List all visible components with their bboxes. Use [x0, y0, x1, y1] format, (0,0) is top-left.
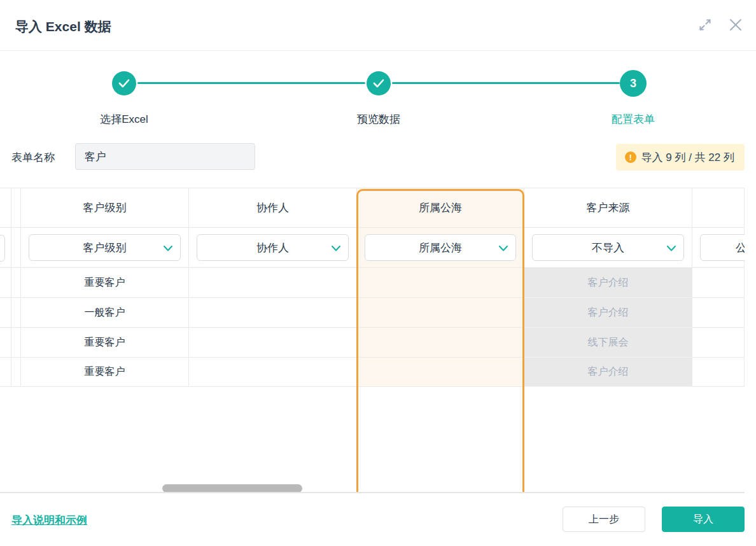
close-icon[interactable] [728, 17, 743, 32]
step-2-circle [367, 71, 391, 95]
chevron-down-icon [332, 246, 340, 251]
field-mapping-dropdown[interactable]: 客户级别 [29, 234, 181, 261]
chevron-down-icon [667, 246, 676, 251]
dialog-header: 导入 Excel 数据 [0, 0, 756, 51]
table-cell: 重要客户 [21, 358, 188, 387]
table-column-customer-level: 客户级别 客户级别 重要客户 一般客户 重要客户 重要客户 [21, 188, 189, 387]
step-1-label: 选择Excel [100, 112, 148, 127]
table-cell: 重要客户 [21, 328, 188, 358]
table-cell [189, 268, 356, 298]
field-mapping-dropdown[interactable]: 公 [700, 234, 745, 261]
table-cell-excluded: 客户介绍 [524, 358, 692, 387]
step-2-label: 预览数据 [357, 112, 400, 127]
table-cell [692, 298, 744, 328]
mapping-table: 客户级别 客户级别 重要客户 一般客户 重要客户 重要客户 协作人 协作人 所属… [0, 188, 745, 493]
previous-step-button[interactable]: 上一步 [563, 507, 645, 532]
column-header: 客户来源 [524, 188, 692, 228]
table-cell [357, 298, 524, 328]
table-column-sliver [11, 188, 21, 387]
import-summary-text: 导入 9 列 / 共 22 列 [641, 150, 734, 165]
table-cell [357, 268, 524, 298]
table-column-public-pool: 所属公海 所属公海 [357, 188, 524, 387]
chevron-down-icon [164, 246, 172, 251]
horizontal-scrollbar[interactable] [162, 484, 302, 493]
step-3-number: 3 [630, 77, 636, 90]
table-cell-excluded: 客户介绍 [524, 298, 692, 328]
expand-icon[interactable] [697, 17, 713, 32]
import-summary-badge: ! 导入 9 列 / 共 22 列 [616, 144, 745, 171]
step-1-circle [112, 71, 136, 95]
clipped-dropdown [0, 235, 5, 262]
column-header: 客户级别 [21, 188, 188, 228]
table-cell: 一般客户 [21, 298, 188, 328]
check-icon [373, 79, 384, 88]
table-cell-excluded: 线下展会 [524, 328, 692, 358]
table-cell [357, 358, 524, 387]
step-connector [392, 82, 620, 84]
table-cell [189, 298, 356, 328]
field-mapping-dropdown[interactable]: 所属公海 [365, 234, 516, 261]
table-cell [189, 328, 356, 358]
table-column-sliver [0, 188, 11, 387]
exclamation-circle-icon: ! [625, 151, 636, 163]
chevron-down-icon [499, 246, 508, 251]
table-cell: 重要客户 [21, 268, 188, 298]
table-column-clipped: 公 [692, 188, 745, 387]
field-mapping-dropdown[interactable]: 不导入 [532, 234, 684, 261]
step-3-circle: 3 [620, 70, 647, 97]
table-column-collaborator: 协作人 协作人 [189, 188, 357, 387]
import-button[interactable]: 导入 [662, 507, 745, 532]
table-cell-excluded: 客户介绍 [524, 268, 692, 298]
column-header [692, 188, 744, 228]
table-column-customer-source: 客户来源 不导入 客户介绍 客户介绍 线下展会 客户介绍 [524, 188, 692, 387]
dialog-title: 导入 Excel 数据 [15, 18, 111, 36]
column-header: 协作人 [189, 188, 356, 228]
step-3-label: 配置表单 [612, 112, 655, 127]
import-help-link[interactable]: 导入说明和示例 [11, 513, 87, 528]
form-name-label: 表单名称 [11, 150, 55, 165]
column-header: 所属公海 [357, 188, 524, 228]
table-cell [692, 358, 744, 387]
table-cell [692, 328, 744, 358]
check-icon [118, 79, 130, 88]
table-cell [692, 268, 744, 298]
table-cell [357, 328, 524, 358]
table-cell [189, 358, 356, 387]
form-name-input[interactable] [75, 143, 255, 170]
field-mapping-dropdown[interactable]: 协作人 [197, 234, 349, 261]
step-connector [137, 82, 365, 84]
